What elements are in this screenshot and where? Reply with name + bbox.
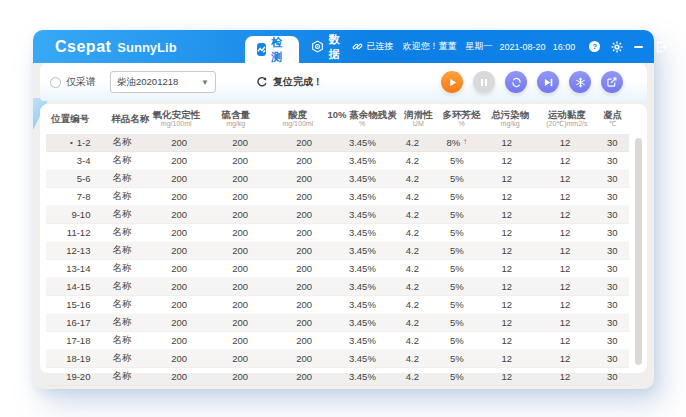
tab-detection[interactable]: 检测 — [245, 36, 299, 63]
column-header: 酸度mg/100ml — [268, 110, 327, 129]
minimize-button[interactable] — [632, 40, 645, 53]
value-cell: 30 — [596, 173, 629, 184]
value-cell: 3.45% — [335, 317, 391, 328]
table-body: •1-2名称2002002003.45%4.28%↑1212303-4名称200… — [46, 134, 629, 386]
value-cell: 12 — [535, 335, 596, 346]
value-cell: 200 — [207, 227, 274, 238]
sample-profile-select[interactable]: 柴油20201218 ▼ — [110, 71, 216, 93]
table-row[interactable]: 5-6名称2002002003.45%4.25%121230 — [46, 170, 629, 188]
value-cell: 5% — [435, 209, 479, 220]
sample-name-cell: 名称 — [102, 370, 151, 383]
sample-name-cell: 名称 — [102, 208, 151, 221]
table-row[interactable]: 19-20名称2002002003.45%4.25%121230 — [46, 368, 629, 386]
column-header: 运动黏度(20℃)mm2/s — [537, 110, 596, 129]
value-cell: 12 — [535, 353, 596, 364]
export-button[interactable] — [601, 71, 623, 93]
table-row[interactable]: 9-10名称2002002003.45%4.25%121230 — [46, 206, 629, 224]
table-row[interactable]: 18-19名称2002002003.45%4.25%121230 — [46, 350, 629, 368]
value-cell: 3.45% — [335, 371, 391, 382]
value-cell: 4.2 — [390, 299, 434, 310]
profile-select-value: 柴油20201218 — [117, 76, 178, 89]
settings-button[interactable] — [610, 40, 623, 53]
table-row[interactable]: 17-18名称2002002003.45%4.25%121230 — [46, 332, 629, 350]
weekday: 星期一 — [466, 40, 493, 53]
value-cell: 4.2 — [390, 335, 434, 346]
value-cell: 30 — [596, 335, 629, 346]
table-row[interactable]: 14-15名称2002002003.45%4.25%121230 — [46, 278, 629, 296]
gear-icon — [611, 41, 623, 53]
sample-name-cell: 名称 — [102, 136, 151, 149]
exit-button[interactable] — [654, 40, 667, 53]
tab-data[interactable]: 数据 — [299, 30, 352, 63]
table-row[interactable]: 13-14名称2002002003.45%4.25%121230 — [46, 260, 629, 278]
sync-icon — [511, 77, 522, 88]
value-cell: 5% — [435, 191, 479, 202]
help-icon: ? — [589, 41, 600, 52]
value-cell: 200 — [151, 299, 207, 310]
desktop-background: Csepat SunnyLib 检测 数据 — [0, 0, 686, 417]
position-cell: 16-17 — [46, 317, 102, 328]
window-controls: ? — [588, 40, 667, 53]
skip-to-end-button[interactable] — [537, 71, 559, 93]
sample-name-cell: 名称 — [102, 262, 151, 275]
table-row[interactable]: 3-4名称2002002003.45%4.25%121230 — [46, 152, 629, 170]
value-cell: 30 — [596, 281, 629, 292]
value-cell: 5% — [435, 173, 479, 184]
value-cell: 12 — [479, 227, 535, 238]
help-button[interactable]: ? — [588, 40, 601, 53]
value-cell: 3.45% — [335, 173, 391, 184]
value-cell: 200 — [274, 317, 335, 328]
value-cell: 12 — [479, 209, 535, 220]
value-cell: 4.2 — [390, 263, 434, 274]
value-cell: 12 — [479, 281, 535, 292]
table-row[interactable]: •1-2名称2002002003.45%4.28%↑121230 — [46, 134, 629, 152]
value-cell: 12 — [535, 155, 596, 166]
pause-button[interactable] — [473, 71, 495, 93]
sample-name-cell: 名称 — [102, 316, 151, 329]
skip-end-icon — [544, 78, 553, 87]
value-cell: 12 — [479, 245, 535, 256]
sample-name-cell: 名称 — [102, 352, 151, 365]
value-cell: 12 — [535, 173, 596, 184]
reset-status: 复位完成！ — [256, 75, 323, 89]
value-cell: 12 — [535, 317, 596, 328]
product-name: SunnyLib — [117, 40, 176, 55]
value-cell: 12 — [535, 191, 596, 202]
table-row[interactable]: 11-12名称2002002003.45%4.25%121230 — [46, 224, 629, 242]
value-cell: 200 — [274, 191, 335, 202]
value-cell: 30 — [596, 209, 629, 220]
table-row[interactable]: 15-16名称2002002003.45%4.25%121230 — [46, 296, 629, 314]
value-cell: 30 — [596, 227, 629, 238]
value-cell: 200 — [274, 227, 335, 238]
value-cell: 30 — [596, 137, 629, 148]
sync-button[interactable] — [505, 71, 527, 93]
main-tabs: 检测 数据 — [245, 30, 352, 63]
table-row[interactable]: 12-13名称2002002003.45%4.25%121230 — [46, 242, 629, 260]
table-scrollbar[interactable] — [635, 138, 642, 365]
table-row[interactable]: 7-8名称2002002003.45%4.25%121230 — [46, 188, 629, 206]
logout-icon — [655, 41, 667, 53]
position-cell: 15-16 — [46, 299, 102, 310]
value-cell: 4.2 — [390, 155, 434, 166]
column-header: 润滑性UM — [397, 110, 440, 129]
value-cell: 200 — [274, 281, 335, 292]
value-cell: 5% — [435, 353, 479, 364]
value-cell: 3.45% — [335, 353, 391, 364]
value-cell: 200 — [151, 317, 207, 328]
value-cell: 200 — [207, 371, 274, 382]
value-cell: 30 — [596, 263, 629, 274]
value-cell: 3.45% — [335, 335, 391, 346]
column-header: 凝点℃ — [597, 110, 629, 129]
connection-status: 已连接 — [352, 40, 394, 53]
table-row[interactable]: 16-17名称2002002003.45%4.25%121230 — [46, 314, 629, 332]
value-cell: 200 — [207, 209, 274, 220]
value-cell: 200 — [207, 353, 274, 364]
value-cell: 12 — [535, 137, 596, 148]
value-cell: 12 — [479, 137, 535, 148]
spectrum-only-radio[interactable] — [50, 77, 61, 88]
value-cell: 200 — [207, 245, 274, 256]
position-cell: 5-6 — [46, 173, 102, 184]
sample-name-cell: 名称 — [102, 298, 151, 311]
freeze-button[interactable] — [569, 71, 591, 93]
start-button[interactable] — [441, 71, 463, 93]
